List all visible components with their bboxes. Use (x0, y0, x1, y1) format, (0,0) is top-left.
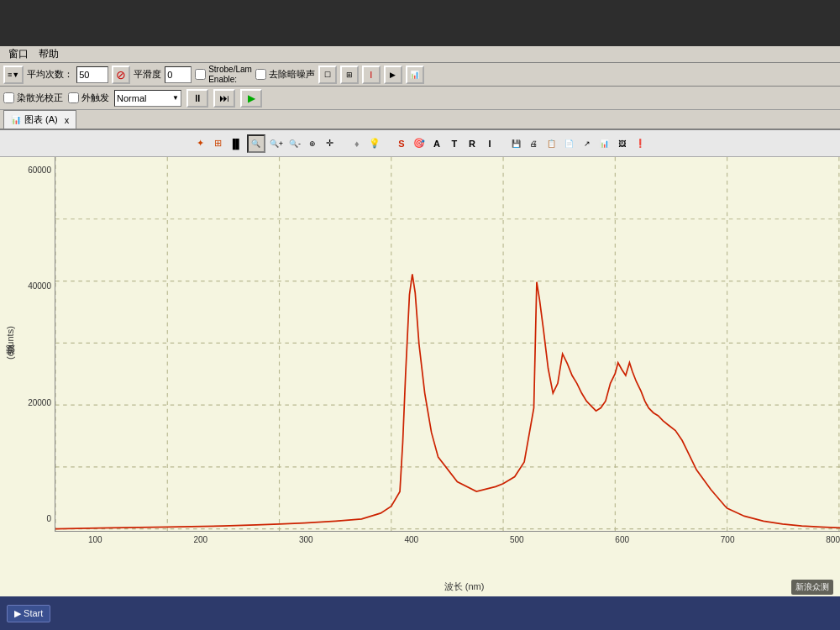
zoom-xy-tool[interactable]: ⊕ (305, 134, 320, 153)
x-tick-800: 800 (826, 535, 840, 544)
correction-group: 染散光校正 (3, 92, 63, 104)
noise-checkbox-group: 去除暗噪声 (255, 68, 315, 81)
icon-btn-4[interactable]: ▶ (384, 66, 402, 84)
print-tool[interactable]: 🖨 (527, 134, 542, 153)
noise-checkbox[interactable] (255, 69, 266, 80)
strobe-label: Strobe/LamEnable: (208, 65, 252, 85)
target-icon: 🎯 (412, 134, 427, 153)
top-decoration (0, 0, 840, 46)
external-label: 外触发 (81, 92, 109, 104)
chart-tab-icon: 📊 (11, 115, 21, 124)
correction-checkbox[interactable] (3, 92, 14, 103)
pan-tool[interactable]: ✛ (323, 134, 338, 153)
S-tool[interactable]: S (394, 134, 409, 153)
pause-icon: ⏸ (192, 92, 202, 104)
menu-bar: 窗口 帮助 (0, 46, 840, 63)
strobe-checkbox-group: Strobe/LamEnable: (195, 65, 252, 85)
tab-bar: 📊 图表 (A) x (0, 110, 840, 130)
chart-with-axes: 强度 (counts) 60000 40000 20000 0 (0, 157, 840, 532)
play-button[interactable]: ▶ (240, 89, 262, 108)
chart-area: 强度 (counts) 60000 40000 20000 0 (0, 157, 840, 596)
icon-btn-3[interactable]: I (362, 66, 381, 84)
cursor-tool[interactable]: ♦ (349, 134, 365, 153)
zoom-in-tool[interactable]: 🔍+ (268, 134, 285, 153)
settings-button[interactable]: ≡▼ (3, 66, 24, 84)
mode-dropdown[interactable]: Normal ▼ (114, 90, 181, 107)
pause-button[interactable]: ⏸ (186, 89, 208, 108)
x-tick-200: 200 (193, 535, 207, 544)
x-tick-600: 600 (615, 535, 629, 544)
play-icon: ▶ (248, 92, 255, 104)
menu-window[interactable]: 窗口 (3, 46, 34, 62)
step-icon: ⏭ (219, 92, 229, 104)
y-tick-60000: 60000 (28, 165, 51, 175)
spectrum-chart (55, 157, 840, 531)
step-button[interactable]: ⏭ (213, 89, 235, 108)
zoom-out-tool[interactable]: 🔍- (287, 134, 302, 153)
toolbar-row-1: ≡▼ 平均次数： 50 ⊘ 平滑度 0 Strobe/LamEnable: 去除… (0, 63, 840, 87)
x-axis-area: 100 200 300 400 500 600 700 800 (0, 532, 840, 565)
grid-tool[interactable]: ⊞ (210, 134, 225, 153)
T-tool[interactable]: T (447, 134, 462, 153)
taskbar: ▶ Start (0, 596, 840, 630)
save-tool[interactable]: 💾 (509, 134, 524, 153)
y-tick-40000: 40000 (28, 281, 51, 291)
strobe-checkbox[interactable] (195, 69, 206, 80)
x-tick-500: 500 (510, 535, 524, 544)
paste-tool[interactable]: 📄 (562, 134, 577, 153)
x-tick-400: 400 (404, 535, 418, 544)
external-group: 外触发 (68, 92, 109, 104)
y-axis-label: 强度 (counts) (0, 157, 21, 532)
avg-label: 平均次数： (27, 68, 73, 81)
chart-toolbar: ✦ ⊞ ▐▌ 🔍 🔍+ 🔍- ⊕ ✛ ♦ 💡 S 🎯 A T R I 💾 🖨 📋… (0, 130, 840, 157)
external-checkbox[interactable] (68, 92, 79, 103)
smooth-spinner[interactable]: 0 (165, 66, 192, 83)
icon-btn-1[interactable]: ☐ (318, 66, 337, 84)
chart-tab-label: 图表 (A) (24, 113, 58, 126)
taskbar-start[interactable]: ▶ Start (7, 605, 50, 622)
export-tool[interactable]: ↗ (580, 134, 595, 153)
application-window: 窗口 帮助 ≡▼ 平均次数： 50 ⊘ 平滑度 0 Strobe/LamEnab… (0, 0, 840, 630)
y-axis-ticks: 60000 40000 20000 0 (21, 157, 55, 532)
image-tool[interactable]: 🖼 (615, 134, 630, 153)
icon-btn-2[interactable]: ⊞ (340, 66, 359, 84)
zoom-fit-tool[interactable]: 🔍 (247, 134, 265, 153)
chart-type-tool[interactable]: 📊 (597, 134, 612, 153)
chart-tab-close[interactable]: x (65, 115, 70, 125)
icon-btn-5[interactable]: 📊 (406, 66, 424, 84)
noise-label: 去除暗噪声 (269, 68, 315, 81)
svg-rect-0 (55, 157, 840, 531)
menu-help[interactable]: 帮助 (34, 46, 64, 62)
chart-plot[interactable] (55, 157, 840, 532)
copy-tool[interactable]: 📋 (544, 134, 559, 153)
x-tick-100: 100 (88, 535, 102, 544)
x-axis-label: 波长 (nm) (0, 565, 840, 596)
x-tick-300: 300 (299, 535, 313, 544)
light-tool[interactable]: 💡 (367, 134, 382, 153)
alert-tool[interactable]: ❗ (633, 134, 648, 153)
crosshair-tool[interactable]: ✦ (192, 134, 207, 153)
dropdown-arrow-icon: ▼ (172, 94, 179, 102)
chart-tab[interactable]: 📊 图表 (A) x (3, 110, 76, 129)
x-axis-ticks: 100 200 300 400 500 600 700 800 (88, 532, 840, 565)
I-tool[interactable]: I (482, 134, 497, 153)
smooth-label: 平滑度 (134, 68, 161, 81)
x-tick-700: 700 (721, 535, 735, 544)
bar-tool[interactable]: ▐▌ (228, 134, 244, 153)
y-tick-0: 0 (46, 514, 51, 523)
watermark: 新浪众测 (791, 580, 833, 595)
correction-label: 染散光校正 (17, 92, 63, 104)
avg-spinner[interactable]: 50 (76, 66, 108, 83)
main-content: 窗口 帮助 ≡▼ 平均次数： 50 ⊘ 平滑度 0 Strobe/LamEnab… (0, 46, 840, 630)
avg-cancel-button[interactable]: ⊘ (112, 66, 130, 84)
y-tick-20000: 20000 (28, 398, 51, 407)
A-tool[interactable]: A (429, 134, 444, 153)
R-tool[interactable]: R (465, 134, 480, 153)
toolbar-row-2: 染散光校正 外触发 Normal ▼ ⏸ ⏭ ▶ (0, 87, 840, 110)
